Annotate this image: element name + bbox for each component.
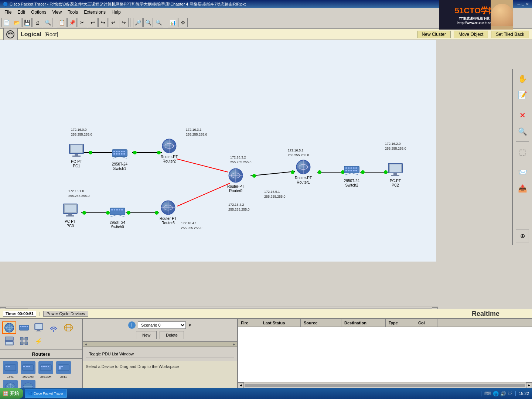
svg-point-18 xyxy=(361,170,365,174)
power-cycle-btn[interactable]: Power Cycle Devices xyxy=(43,311,88,317)
delete-tool-btn[interactable]: ✕ xyxy=(515,108,529,122)
cat-custom[interactable] xyxy=(2,335,16,347)
cat-misc2[interactable]: ⚡ xyxy=(32,335,46,347)
hand-tool-btn[interactable]: ✋ xyxy=(515,72,529,86)
node-pc0[interactable]: PC-PTPC0 xyxy=(62,202,78,228)
right-divider3 xyxy=(516,162,529,162)
device-2621xm[interactable]: 2621XM xyxy=(38,361,54,378)
menu-edit[interactable]: Edit xyxy=(14,9,28,16)
config-btn[interactable]: ⚙ xyxy=(178,18,188,27)
network-canvas[interactable]: 172.16.0.0255.255.255.0 172.16.3.1255.25… xyxy=(0,40,436,262)
drag-right-arrow: ► xyxy=(232,342,236,346)
svg-rect-102 xyxy=(35,324,42,329)
node-switch2[interactable]: 2950T-24Switch2 xyxy=(344,162,360,188)
device-generic1[interactable]: Generic xyxy=(2,380,18,388)
undo-btn[interactable]: ↩ xyxy=(88,18,98,27)
svg-rect-130 xyxy=(61,366,63,367)
zoom-tool-btn[interactable]: 🔍 xyxy=(515,125,529,139)
open-btn[interactable]: 📂 xyxy=(12,18,21,27)
cat-routers[interactable] xyxy=(2,321,16,334)
device-1841[interactable]: 1841 xyxy=(2,361,18,378)
node-pc2[interactable]: PC-PTPC2 xyxy=(387,162,403,188)
zoom-out-btn[interactable]: 🔍 xyxy=(154,18,163,27)
close-btn[interactable]: ✕ xyxy=(526,2,529,7)
new-pdu-btn[interactable]: New xyxy=(136,331,157,339)
device-2620xm-svg xyxy=(22,363,34,372)
add-pdu-btn[interactable]: 📨 xyxy=(515,165,529,179)
main-area: 172.16.0.0255.255.255.0 172.16.3.1255.25… xyxy=(0,40,532,262)
start-button[interactable]: 🪟 开始 xyxy=(0,388,23,399)
ip-label-router3-bottom: 172.16.4.1255.255.255.0 xyxy=(181,221,202,230)
device-generic2[interactable]: Generic xyxy=(20,380,36,388)
set-tiled-back-btn[interactable]: Set Tiled Back xyxy=(491,31,529,38)
logical-right-buttons: New Cluster Move Object Set Tiled Back xyxy=(417,31,529,38)
note-tool-btn[interactable]: 📝 xyxy=(515,88,529,102)
svg-rect-36 xyxy=(121,151,122,152)
pdu-drag-bar[interactable]: ◄ ► xyxy=(83,342,237,347)
new-cluster-btn[interactable]: New Cluster xyxy=(417,31,451,38)
node-pc1[interactable]: PC-PTPC1 xyxy=(68,143,85,168)
ip-label-pc1: 172.16.0.0255.255.255.0 xyxy=(71,127,92,137)
cat-wan[interactable] xyxy=(61,321,75,334)
node-switch1[interactable]: 2950T-24Switch1 xyxy=(112,145,128,171)
svg-point-0 xyxy=(7,31,14,38)
taskbar-item-cisco[interactable]: 🔵 Cisco Packet Tracer xyxy=(25,389,67,398)
paste-btn[interactable]: 📌 xyxy=(67,18,77,27)
menu-file[interactable]: File xyxy=(1,9,14,16)
event-scroll-right[interactable]: ► xyxy=(526,382,532,388)
delete-pdu-btn[interactable]: Delete xyxy=(160,331,184,339)
svg-rect-100 xyxy=(27,326,28,327)
menu-view[interactable]: View xyxy=(49,9,65,16)
cat-wireless[interactable] xyxy=(47,321,61,334)
maximize-btn[interactable]: □ xyxy=(522,2,524,6)
taskbar-tray: ⌨ 🌐 🔊 🛡 xyxy=(481,391,515,396)
menu-tools[interactable]: Tools xyxy=(65,9,81,16)
cut-btn[interactable]: ✂ xyxy=(78,18,87,27)
cat-end-devices[interactable] xyxy=(32,321,46,334)
router1-icon xyxy=(295,159,311,175)
device-2620xm[interactable]: 2620XM xyxy=(20,361,36,378)
node-switch0[interactable]: 2950T-24Switch0 xyxy=(109,204,126,229)
redo2-btn[interactable]: ↪ xyxy=(119,18,129,27)
toggle-pdu-list-btn[interactable]: Toggle PDU List Window xyxy=(86,350,234,358)
zoom-in-btn[interactable]: 🔍 xyxy=(143,18,153,27)
new-btn[interactable]: 📄 xyxy=(1,18,11,27)
ip-label-router3-mid: 172.16.4.2255.255.255.0 xyxy=(228,202,250,212)
node-router2[interactable]: Router-PTRouter2 xyxy=(161,138,178,164)
node-router1[interactable]: Router-PTRouter1 xyxy=(295,159,312,185)
cat-misc1[interactable] xyxy=(17,335,31,347)
device-2621xm-label: 2621XM xyxy=(40,375,51,378)
svg-rect-35 xyxy=(119,151,120,152)
logical-icon[interactable] xyxy=(3,28,18,41)
print-btn[interactable]: 🖨 xyxy=(33,18,42,27)
event-scrollbar: ◄ ► xyxy=(238,382,532,388)
minimize-btn[interactable]: ─ xyxy=(518,2,521,6)
node-router3[interactable]: Router-PTRouter3 xyxy=(160,200,177,225)
col-source: Source xyxy=(301,319,341,327)
svg-rect-120 xyxy=(23,366,25,367)
move-object-btn[interactable]: Move Object xyxy=(454,31,488,38)
ip-label-pc2-top: 172.16.2.0255.255.255.0 xyxy=(385,141,406,151)
cat-switches[interactable] xyxy=(17,321,31,334)
pdu-buttons-row: New Delete xyxy=(136,331,184,339)
menu-options[interactable]: Options xyxy=(28,9,49,16)
menu-extensions[interactable]: Extensions xyxy=(81,9,109,16)
network-btn[interactable]: 📊 xyxy=(168,18,177,27)
select-area-btn[interactable]: ⬚ xyxy=(515,145,529,159)
copy-btn[interactable]: 📋 xyxy=(57,18,66,27)
svg-line-84 xyxy=(110,215,117,216)
scenario-select[interactable]: Scenario 0 xyxy=(138,321,186,329)
search-btn[interactable]: 🔎 xyxy=(133,18,143,27)
scroll-to-bottom-btn[interactable]: ⊕ xyxy=(516,229,529,242)
preview-btn[interactable]: 🔍 xyxy=(43,18,52,27)
undo2-btn[interactable]: ↩ xyxy=(109,18,118,27)
menu-help[interactable]: Help xyxy=(109,9,124,16)
svg-rect-59 xyxy=(348,167,349,168)
save-btn[interactable]: 💾 xyxy=(22,18,32,27)
pc2-svg xyxy=(388,163,403,177)
redo-btn[interactable]: ↪ xyxy=(98,18,108,27)
add-complex-pdu-btn[interactable]: 📤 xyxy=(515,181,529,195)
node-router0[interactable]: Router-PTRouter0 xyxy=(227,167,244,193)
device-2811[interactable]: 2811 xyxy=(55,361,72,378)
event-scroll-left[interactable]: ◄ xyxy=(238,382,244,388)
